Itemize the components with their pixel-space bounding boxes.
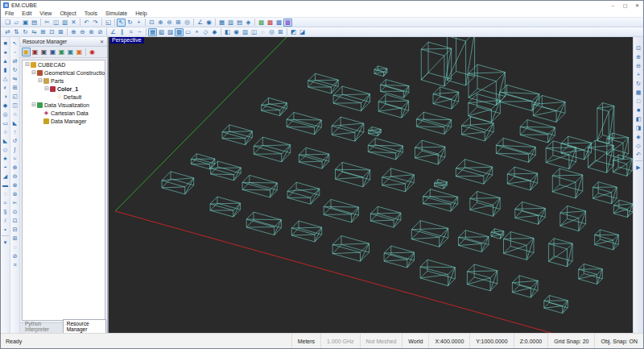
building-wireframe[interactable] <box>416 112 451 135</box>
snap-toggle[interactable]: ▩ <box>175 28 184 36</box>
freeze-object-button[interactable]: ◫ <box>250 28 258 36</box>
extrude-tool[interactable]: ↑ <box>10 127 19 136</box>
right-view-button[interactable]: ◨ <box>634 123 643 132</box>
wedge-tool[interactable]: ◣ <box>1 136 10 145</box>
zoom-prev-button[interactable]: ◎ <box>183 19 192 27</box>
building-wireframe[interactable] <box>595 230 619 250</box>
building-wireframe[interactable] <box>579 264 603 284</box>
prev-view-button[interactable]: ↶ <box>634 150 643 159</box>
ellipsoid-tool[interactable]: ◑ <box>1 92 10 101</box>
building-wireframe[interactable] <box>291 221 321 242</box>
tree-item-geometrical-construction[interactable]: ⊟Geometrical Construction <box>23 69 105 77</box>
building-wireframe[interactable] <box>333 86 369 111</box>
panel-header[interactable]: Resource Manager ✕ <box>20 37 107 47</box>
snap-mid-toggle[interactable]: ⊟ <box>10 225 19 234</box>
axes-toggle[interactable]: + <box>192 28 201 36</box>
building-wireframe[interactable] <box>560 206 586 231</box>
front-view-button[interactable]: □ <box>634 97 643 106</box>
disc-tool[interactable]: ○ <box>1 127 10 136</box>
fillet-tool[interactable]: ∩ <box>10 110 19 118</box>
sweep-tool[interactable]: ∫ <box>10 145 19 154</box>
module-tab-photonic[interactable]: ▣ <box>66 48 75 56</box>
torus-tool[interactable]: ◎ <box>1 110 10 118</box>
building-wireframe[interactable] <box>470 191 500 216</box>
slab-tool[interactable]: ▬ <box>1 181 10 189</box>
measure-button[interactable]: ∠ <box>196 19 204 27</box>
module-cubecad-button[interactable]: ▩ <box>257 19 266 27</box>
building-wireframe[interactable] <box>491 229 504 239</box>
info-button[interactable]: ◉ <box>204 19 213 27</box>
offset-tool[interactable]: ◫ <box>10 101 19 110</box>
menu-tools[interactable]: Tools <box>80 10 101 17</box>
sphere-object-button[interactable]: ◉ <box>232 28 241 36</box>
scale-tool-b[interactable]: ◱ <box>10 92 19 101</box>
top-view-button[interactable]: ▦ <box>634 88 643 97</box>
line-draw-tool[interactable]: / <box>1 216 10 225</box>
building-wireframe[interactable] <box>420 260 455 285</box>
building-wireframe[interactable] <box>593 182 617 204</box>
building-wireframe[interactable] <box>374 66 387 77</box>
hide-object-button[interactable]: ◌ <box>258 28 267 36</box>
building-wireframe[interactable] <box>210 197 241 217</box>
building-wireframe[interactable] <box>512 276 538 297</box>
tab-resource-manager[interactable]: Resource Manager <box>63 319 106 333</box>
building-wireframe[interactable] <box>467 264 497 291</box>
building-wireframe[interactable] <box>262 98 287 115</box>
building-wireframe[interactable] <box>287 182 320 204</box>
tab-python-interpreter[interactable]: Python Interpreter <box>22 320 62 333</box>
slice-tool[interactable]: ⊘ <box>96 28 105 36</box>
array-tool[interactable]: ⊞ <box>39 28 47 36</box>
building-wireframe[interactable] <box>504 232 535 260</box>
material-button[interactable]: ◩ <box>289 28 298 36</box>
expander-icon[interactable]: ⊟ <box>31 69 37 76</box>
shaded-toggle[interactable]: ◆ <box>210 28 219 36</box>
building-wireframe[interactable] <box>384 246 414 268</box>
view-iso-button[interactable]: ◈ <box>244 19 253 27</box>
module-tab-em3d[interactable]: ▣ <box>31 48 39 56</box>
building-wireframe[interactable] <box>254 137 290 162</box>
building-wireframe[interactable] <box>246 212 281 235</box>
close-button[interactable]: ✕ <box>631 1 643 10</box>
building-wireframe[interactable] <box>369 127 382 136</box>
ramp-tool[interactable]: ◢ <box>1 172 10 181</box>
building-wireframe[interactable] <box>433 87 459 109</box>
building-wireframe[interactable] <box>370 206 401 227</box>
building-wireframe[interactable] <box>332 236 369 262</box>
select-button[interactable]: ↖ <box>117 19 126 27</box>
tree-item-cubecad[interactable]: ⊟CUBECAD <box>23 60 105 69</box>
building-wireframe[interactable] <box>336 162 370 187</box>
building-wireframe[interactable] <box>456 160 492 185</box>
menu-object[interactable]: Object <box>56 10 80 17</box>
measure-tape-tool[interactable]: ≈ <box>126 28 135 36</box>
building-wireframe[interactable] <box>588 140 614 172</box>
building-wireframe[interactable] <box>287 112 321 134</box>
building-wireframe[interactable] <box>162 172 194 194</box>
hide-object-tool[interactable]: ◌ <box>10 243 19 251</box>
move-tool-b[interactable]: ⇄ <box>10 56 19 65</box>
grid-yz-toggle[interactable]: ▧ <box>157 28 166 36</box>
polyline-tool[interactable]: ∠ <box>109 28 118 36</box>
building-wireframe[interactable] <box>459 231 489 252</box>
building-wireframe[interactable] <box>544 296 568 314</box>
building-wireframe[interactable] <box>515 202 546 224</box>
freeze-object-tool[interactable]: ⊘ <box>10 251 19 260</box>
menu-file[interactable]: File <box>1 10 18 17</box>
building-wireframe[interactable] <box>222 125 252 145</box>
elevate-tool[interactable]: ⇅ <box>12 28 21 36</box>
union-tool-b[interactable]: ⊕ <box>10 163 19 172</box>
expander-icon[interactable]: ⊟ <box>24 61 31 68</box>
back-view-button[interactable]: ■ <box>634 106 643 114</box>
building-wireframe[interactable] <box>597 103 614 144</box>
left-view-button[interactable]: ◧ <box>634 114 643 123</box>
building-wireframe[interactable] <box>299 147 328 168</box>
helix-tool[interactable]: § <box>1 207 10 216</box>
menu-view[interactable]: View <box>35 10 56 17</box>
maximize-button[interactable]: ▢ <box>619 1 631 10</box>
weld-tool[interactable]: ⊙ <box>10 207 19 216</box>
menu-edit[interactable]: Edit <box>18 10 35 17</box>
wireframe-toggle[interactable]: ◇ <box>201 28 210 36</box>
help-button[interactable]: ◉ <box>88 48 97 56</box>
menu-help[interactable]: Help <box>131 10 151 17</box>
polygon-tool[interactable]: ◇ <box>1 145 10 154</box>
new-button[interactable]: ❏ <box>3 19 12 27</box>
